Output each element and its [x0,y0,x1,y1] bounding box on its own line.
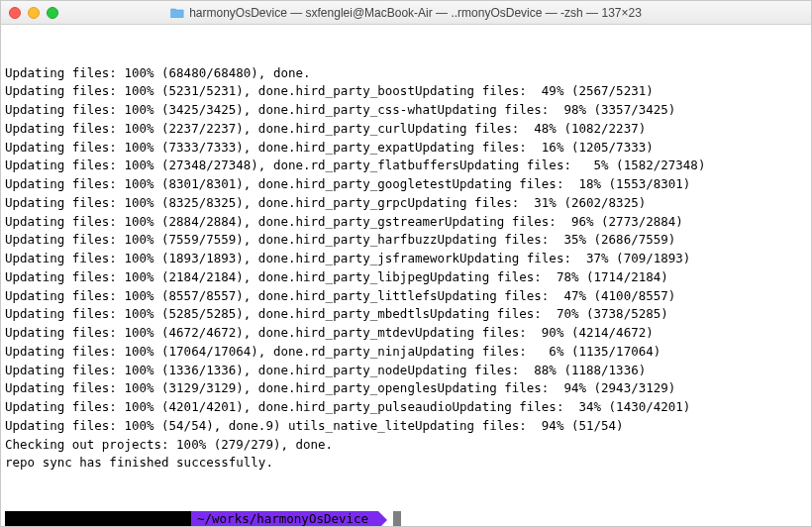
prompt-segment-cwd: ~/works/harmonyOsDevice [191,511,378,527]
terminal-line: Updating files: 100% (5285/5285), done.h… [5,305,807,324]
terminal-line: Updating files: 100% (8301/8301), done.h… [5,175,807,194]
folder-icon [170,7,184,18]
terminal-line: Updating files: 100% (2884/2884), done.h… [5,213,807,232]
terminal-line: Checking out projects: 100% (279/279), d… [5,436,807,455]
terminal-line: Updating files: 100% (1893/1893), done.h… [5,250,807,268]
terminal-line: Updating files: 100% (7559/7559), done.h… [5,231,807,250]
terminal-line: repo sync has finished successfully. [5,454,807,473]
terminal-line: Updating files: 100% (4201/4201), done.h… [5,398,807,417]
prompt-arrow-icon [378,511,387,527]
terminal-line: Updating files: 100% (68480/68480), done… [5,64,807,83]
terminal-line: Updating files: 100% (3129/3129), done.h… [5,379,807,398]
window-title-text: harmonyOsDevice — sxfenglei@MacBook-Air … [189,6,642,20]
terminal-line: Updating files: 100% (1336/1336), done.h… [5,362,807,380]
minimize-icon[interactable] [28,7,40,19]
terminal-window: harmonyOsDevice — sxfenglei@MacBook-Air … [0,0,812,527]
close-icon[interactable] [9,7,21,19]
terminal-line: Updating files: 100% (2184/2184), done.h… [5,268,807,287]
terminal-line: Updating files: 100% (3425/3425), done.h… [5,101,807,120]
terminal-line: Updating files: 100% (27348/27348), done… [5,157,807,175]
window-controls [9,7,58,19]
terminal-line: Updating files: 100% (54/54), done.9) ut… [5,417,807,436]
terminal-line: Updating files: 100% (4672/4672), done.h… [5,324,807,343]
terminal-line: Updating files: 100% (5231/5231), done.h… [5,82,807,101]
terminal-line: Updating files: 100% (8325/8325), done.h… [5,194,807,213]
terminal-line: Updating files: 100% (7333/7333), done.h… [5,139,807,158]
cursor-icon [393,511,401,527]
prompt-line[interactable]: ~/works/harmonyOsDevice [5,511,807,527]
window-title: harmonyOsDevice — sxfenglei@MacBook-Air … [170,6,642,20]
terminal-line: Updating files: 100% (2237/2237), done.h… [5,120,807,139]
terminal-output[interactable]: Updating files: 100% (68480/68480), done… [1,25,811,526]
terminal-line: Updating files: 100% (8557/8557), done.h… [5,287,807,306]
prompt-cwd-text: ~/works/harmonyOsDevice [197,510,368,526]
zoom-icon[interactable] [47,7,58,19]
prompt-segment-host [5,511,191,527]
terminal-line: Updating files: 100% (17064/17064), done… [5,343,807,362]
titlebar: harmonyOsDevice — sxfenglei@MacBook-Air … [1,1,811,25]
